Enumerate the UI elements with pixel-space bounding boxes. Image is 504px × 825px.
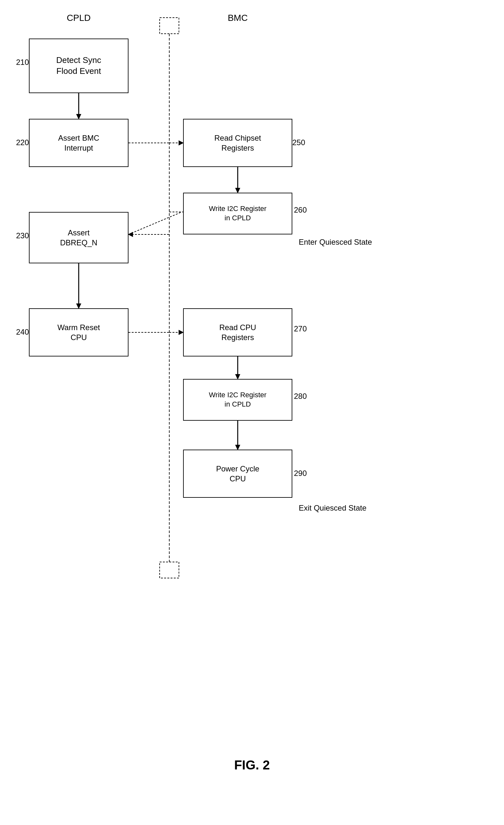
box-290: Power CycleCPU [183, 450, 292, 498]
step-220-num: 220 [16, 138, 29, 147]
box-280: Write I2C Registerin CPLD [183, 379, 292, 421]
box-220: Assert BMCInterrupt [29, 119, 129, 167]
svg-line-12 [129, 212, 182, 234]
svg-rect-0 [160, 18, 179, 34]
box-260: Write I2C Registerin CPLD [183, 193, 292, 234]
box-250: Read ChipsetRegisters [183, 119, 292, 167]
step-230-num: 230 [16, 231, 29, 240]
step-260-num: 260 [294, 206, 307, 215]
step-240-num: 240 [16, 327, 29, 336]
box-270: Read CPURegisters [183, 308, 292, 357]
bmc-header: BMC [183, 13, 292, 23]
box-210: Detect SyncFlood Event [29, 39, 129, 93]
step-250-num: 250 [292, 138, 305, 147]
enter-quiesced-label: Enter Quiesced State [299, 238, 372, 247]
step-280-num: 280 [294, 392, 307, 401]
cpld-header: CPLD [29, 13, 129, 23]
svg-rect-1 [160, 562, 179, 578]
box-240: Warm ResetCPU [29, 308, 129, 357]
diagram-container: CPLD BMC 210 Detect SyncFlood Event 220 … [0, 0, 504, 771]
step-210-num: 210 [16, 58, 29, 67]
step-270-num: 270 [294, 324, 307, 333]
box-230: AssertDBREQ_N [29, 212, 129, 263]
step-290-num: 290 [294, 469, 307, 478]
exit-quiesced-label: Exit Quiesced State [299, 504, 366, 513]
svg-marker-13 [128, 232, 133, 237]
figure-label: FIG. 2 [0, 758, 504, 772]
